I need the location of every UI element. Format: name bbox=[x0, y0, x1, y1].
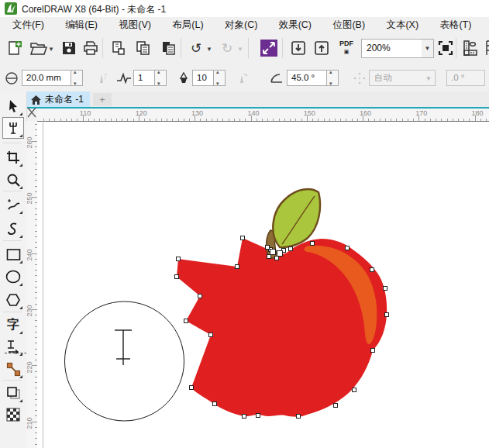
property-bar: 20.0 mm 1 10 45.0 ° 自动 ▼ .0 ° bbox=[0, 65, 489, 92]
ruler-label: 120 bbox=[136, 109, 147, 117]
nib-size-icon bbox=[5, 71, 19, 85]
connector-tool[interactable] bbox=[3, 359, 23, 379]
pen-mode-select[interactable]: 自动 ▼ bbox=[369, 70, 436, 86]
bearing-angle-spinner[interactable] bbox=[327, 70, 339, 86]
ruler-label: 220 bbox=[26, 361, 33, 373]
polygon-tool[interactable] bbox=[3, 290, 23, 310]
dryout-icon bbox=[116, 71, 130, 85]
transparency-tool[interactable] bbox=[3, 405, 23, 425]
pen-tilt-spinner[interactable] bbox=[214, 70, 226, 86]
dryout-spinner[interactable] bbox=[155, 70, 167, 86]
new-document-icon[interactable] bbox=[5, 38, 25, 58]
ruler-origin-icon[interactable] bbox=[26, 105, 37, 119]
ruler-label: 250 bbox=[26, 193, 33, 205]
show-rulers-icon[interactable] bbox=[460, 38, 480, 58]
open-dropdown-icon[interactable]: ▼ bbox=[48, 46, 54, 53]
ellipse-tool[interactable] bbox=[3, 267, 23, 287]
add-tab-button[interactable]: + bbox=[93, 93, 112, 106]
undo-dropdown-icon[interactable]: ▼ bbox=[206, 46, 212, 53]
ruler-label: 160 bbox=[360, 109, 371, 117]
redo-icon[interactable]: ↻ bbox=[217, 38, 237, 58]
nib-size-spinner[interactable] bbox=[71, 70, 83, 86]
menu-tools[interactable]: 工具(O) bbox=[484, 17, 489, 32]
menu-table[interactable]: 表格(T) bbox=[430, 17, 480, 32]
document-tab-bar: 未命名 -1 + bbox=[26, 91, 489, 108]
pen-mode-dropdown-icon: ▼ bbox=[425, 71, 432, 87]
menu-view[interactable]: 视图(V) bbox=[109, 17, 160, 32]
ruler-label: 110 bbox=[80, 109, 91, 117]
dimension-tool[interactable] bbox=[3, 336, 23, 357]
paste-icon[interactable] bbox=[159, 38, 179, 58]
show-grid-icon[interactable] bbox=[484, 38, 489, 58]
print-icon[interactable] bbox=[81, 38, 101, 58]
open-icon[interactable] bbox=[28, 38, 48, 58]
pen-pressure-toggle-icon[interactable] bbox=[95, 71, 108, 85]
artistic-media-tool[interactable] bbox=[3, 219, 23, 239]
zoom-dropdown-icon[interactable]: ▼ bbox=[422, 39, 434, 58]
ruler-label: 170 bbox=[415, 109, 427, 117]
cut-icon[interactable] bbox=[108, 38, 129, 58]
coreldraw-logo-icon bbox=[5, 2, 17, 15]
home-icon bbox=[31, 95, 41, 105]
app-launcher-icon[interactable] bbox=[259, 38, 279, 58]
title-bar: CorelDRAW X8 (64-Bit) - 未命名 -1 bbox=[0, 0, 489, 18]
nib-size-input[interactable]: 20.0 mm bbox=[22, 70, 71, 86]
drop-shadow-tool[interactable] bbox=[3, 383, 23, 403]
ruler-label: 180 bbox=[472, 109, 484, 117]
pen-mode-icon bbox=[353, 71, 367, 85]
menu-bitmaps[interactable]: 位图(B) bbox=[323, 17, 374, 32]
menu-effects[interactable]: 效果(C) bbox=[270, 17, 321, 32]
standard-toolbar: ▼ ↺ ▼ ↻ ▼ PDF▣ 200% ▼ bbox=[0, 32, 489, 66]
bearing-angle-input[interactable]: 45.0 ° bbox=[287, 70, 327, 86]
ruler-label: 230 bbox=[26, 305, 33, 317]
tilt-angle-input[interactable]: .0 ° bbox=[446, 70, 485, 86]
dryout-input[interactable]: 1 bbox=[133, 70, 155, 86]
crop-tool[interactable] bbox=[3, 147, 23, 167]
ruler-label: 140 bbox=[247, 109, 259, 117]
text-tool[interactable]: 字 bbox=[3, 315, 23, 335]
zoom-tool[interactable] bbox=[3, 170, 23, 190]
ruler-label: 150 bbox=[304, 109, 315, 117]
horizontal-ruler[interactable]: 110120130140150160170180 bbox=[37, 109, 489, 122]
fullscreen-preview-icon[interactable] bbox=[436, 38, 456, 58]
document-tab-label: 未命名 -1 bbox=[45, 93, 84, 106]
menu-edit[interactable]: 编辑(E) bbox=[56, 17, 107, 32]
export-icon[interactable] bbox=[312, 38, 332, 58]
save-icon[interactable] bbox=[59, 38, 79, 58]
freehand-tool[interactable] bbox=[3, 195, 23, 215]
smear-tool[interactable] bbox=[2, 117, 24, 139]
vertical-ruler[interactable]: 260250240230220210 bbox=[26, 121, 38, 448]
toolbox: 字 bbox=[0, 91, 27, 448]
menu-layout[interactable]: 布局(L) bbox=[163, 17, 212, 32]
ruler-label: 240 bbox=[26, 249, 33, 260]
redo-dropdown-icon: ▼ bbox=[237, 46, 243, 53]
ruler-label: 130 bbox=[191, 109, 203, 117]
import-icon[interactable] bbox=[288, 38, 308, 58]
menu-object[interactable]: 对象(C) bbox=[215, 17, 267, 32]
undo-icon[interactable]: ↺ bbox=[186, 38, 206, 58]
pick-tool[interactable] bbox=[3, 96, 23, 116]
ruler-label: 260 bbox=[26, 136, 33, 148]
pen-tilt-input[interactable]: 10 bbox=[192, 70, 214, 86]
drawing-canvas[interactable] bbox=[37, 121, 489, 448]
pen-tilt-toggle-icon[interactable] bbox=[236, 71, 250, 85]
pen-tilt-icon bbox=[177, 71, 191, 85]
ruler-label: 210 bbox=[26, 417, 33, 429]
window-title: CorelDRAW X8 (64-Bit) - 未命名 -1 bbox=[22, 3, 166, 16]
bearing-angle-icon bbox=[269, 71, 283, 85]
menu-bar: 文件(F) 编辑(E) 视图(V) 布局(L) 对象(C) 效果(C) 位图(B… bbox=[0, 17, 489, 32]
page-edge-line bbox=[43, 121, 43, 448]
publish-pdf-icon[interactable]: PDF▣ bbox=[335, 38, 358, 58]
menu-text[interactable]: 文本(X) bbox=[377, 17, 428, 32]
copy-icon[interactable] bbox=[133, 38, 153, 58]
menu-file[interactable]: 文件(F) bbox=[3, 17, 53, 32]
rectangle-tool[interactable] bbox=[3, 244, 23, 264]
zoom-level-input[interactable]: 200% bbox=[361, 39, 423, 58]
